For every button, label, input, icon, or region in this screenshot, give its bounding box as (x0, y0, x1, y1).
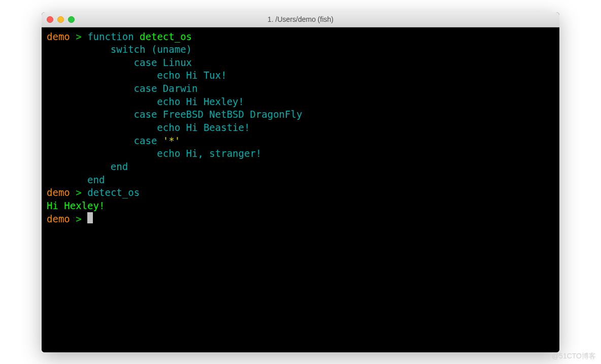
cmd-detect-os: detect_os (87, 187, 140, 198)
kw-case: case (134, 135, 157, 146)
prompt-arrow: > (76, 31, 81, 42)
cmd-echo: echo (157, 96, 180, 107)
maximize-icon[interactable] (68, 16, 75, 23)
prompt-user: demo (47, 187, 70, 198)
fn-name: detect_os (140, 31, 192, 42)
terminal-window: 1. /Users/demo (fish) demo > function de… (42, 12, 559, 352)
echo-hi: Hi (186, 122, 198, 133)
echo-rest: Tux! (204, 70, 227, 81)
case-arg: Darwin (163, 83, 198, 94)
echo-rest: Hexley! (204, 96, 244, 107)
case-arg: '*' (163, 135, 180, 146)
close-icon[interactable] (47, 16, 53, 23)
kw-switch: switch (111, 44, 146, 55)
echo-rest: Beastie! (204, 122, 250, 133)
prompt-user: demo (47, 31, 70, 42)
terminal-body[interactable]: demo > function detect_os switch (uname)… (42, 27, 559, 352)
case-arg: Linux (163, 57, 192, 68)
title-bar: 1. /Users/demo (fish) (42, 12, 559, 27)
kw-end: end (87, 174, 105, 185)
prompt-arrow: > (76, 187, 81, 198)
kw-case: case (134, 83, 157, 94)
cmd-echo: echo (157, 70, 180, 81)
output-line: Hi Hexley! (47, 200, 105, 211)
prompt-arrow: > (76, 213, 81, 224)
kw-end: end (111, 161, 128, 172)
cmd-echo: echo (157, 148, 180, 159)
echo-hi: Hi (186, 96, 198, 107)
watermark: @51CTO博客 (552, 352, 596, 361)
case-arg: FreeBSD NetBSD DragonFly (163, 109, 303, 120)
echo-rest: stranger! (209, 148, 261, 159)
echo-hi: Hi, (186, 148, 204, 159)
kw-case: case (134, 109, 157, 120)
switch-arg: (uname) (151, 44, 192, 55)
cursor (87, 212, 93, 223)
kw-function: function (87, 31, 134, 42)
window-title: 1. /Users/demo (fish) (42, 15, 559, 23)
prompt-user: demo (47, 213, 70, 224)
minimize-icon[interactable] (57, 16, 64, 23)
traffic-lights (47, 16, 75, 23)
echo-hi: Hi (186, 70, 198, 81)
kw-case: case (134, 57, 157, 68)
cmd-echo: echo (157, 122, 180, 133)
